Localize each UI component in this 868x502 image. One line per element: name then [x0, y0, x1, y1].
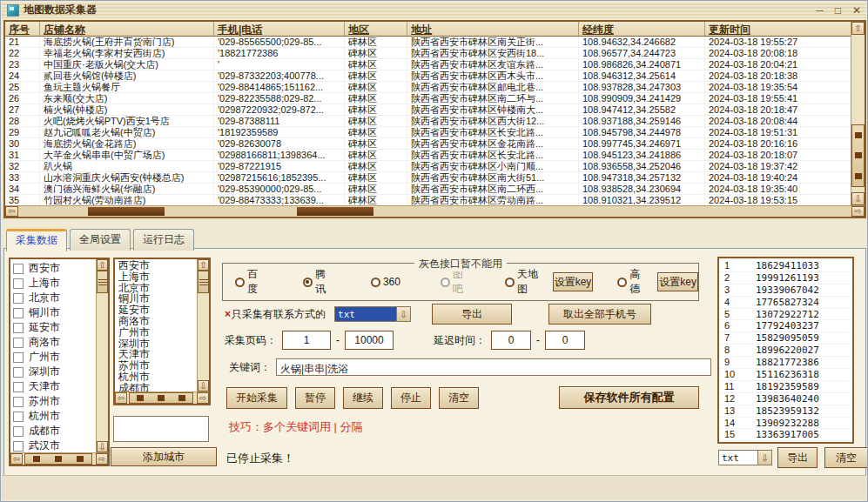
- table-row[interactable]: 30 海底捞火锅(金花路店) '029-82630078 碑林区 陕西省西安市碑…: [5, 138, 851, 150]
- export-button[interactable]: 导出: [432, 304, 512, 325]
- city-checkbox-item[interactable]: 北京市: [13, 291, 96, 305]
- only-contact-x-icon[interactable]: ×: [225, 308, 231, 320]
- page-from-input[interactable]: 1: [282, 331, 331, 350]
- scrollbar-thumb[interactable]: [198, 271, 209, 293]
- maximize-icon[interactable]: □: [835, 4, 841, 17]
- col-updated[interactable]: 更新时间: [705, 22, 851, 36]
- chevron-down-icon[interactable]: ⇩: [757, 451, 771, 465]
- checkbox-icon[interactable]: [13, 412, 24, 422]
- city-checkbox-item[interactable]: 广州市: [13, 350, 96, 365]
- phone-list-item[interactable]: 15 13363917005: [719, 429, 852, 441]
- scrollbar-thumb[interactable]: [88, 207, 165, 216]
- scroll-up-icon[interactable]: ⇧: [198, 259, 209, 271]
- checkbox-icon[interactable]: [13, 426, 24, 437]
- tab-run-log[interactable]: 运行日志: [133, 229, 194, 251]
- scroll-down-icon[interactable]: ⇩: [198, 380, 209, 392]
- set-key-button-tianditu[interactable]: 设置key: [553, 272, 594, 291]
- city-checkbox-item[interactable]: 商洛市: [13, 335, 96, 350]
- resume-button[interactable]: 继续: [343, 387, 383, 409]
- phone-list-item[interactable]: 3 19339067042: [719, 284, 852, 297]
- city-checkbox-item[interactable]: 西安市: [13, 261, 96, 276]
- clear-button[interactable]: 清空: [439, 387, 479, 409]
- phone-list-item[interactable]: 14 13909232288: [719, 418, 852, 430]
- scroll-down-icon[interactable]: ⇩: [851, 192, 865, 205]
- scroll-right-icon[interactable]: ⇨: [96, 453, 108, 465]
- city-checkbox-item[interactable]: 成都市: [13, 424, 96, 438]
- scrollbar-thumb[interactable]: [24, 453, 92, 465]
- add-city-button[interactable]: 添加城市: [111, 447, 217, 466]
- extract-all-phones-button[interactable]: 取出全部手机号: [548, 304, 651, 325]
- scroll-left-icon[interactable]: ⇦: [10, 453, 23, 465]
- scroll-right-icon[interactable]: ⇨: [851, 206, 865, 217]
- city-list-item[interactable]: 商洛市: [118, 316, 197, 327]
- scroll-left-icon[interactable]: ⇦: [115, 392, 127, 404]
- col-phone[interactable]: 手机|电话: [214, 22, 345, 36]
- col-coords[interactable]: 经纬度: [579, 22, 705, 36]
- radio-baidu[interactable]: 百度: [235, 267, 265, 297]
- tab-global-settings[interactable]: 全局设置: [70, 229, 131, 251]
- phone-list-item[interactable]: 5 13072922712: [719, 309, 852, 321]
- scroll-left-icon[interactable]: ⇦: [5, 206, 18, 217]
- table-row[interactable]: 23 中国重庆·老版火锅(交大店) ' 碑林区 陕西省西安市碑林区友谊东路...…: [5, 59, 851, 70]
- table-row[interactable]: 31 大芊金火锅串串(中贸广场店) '02988166811;1398364..…: [5, 150, 851, 161]
- scrollbar-thumb[interactable]: [851, 124, 865, 187]
- tab-collect-data[interactable]: 采集数据: [6, 229, 67, 251]
- table-row[interactable]: 25 鱼玩主题火锅餐厅 '029-88414865;151162... 碑林区 …: [5, 82, 851, 93]
- close-icon[interactable]: ✕: [852, 4, 861, 17]
- citylist2-vertical-scrollbar[interactable]: ⇧ ⇩: [197, 259, 209, 392]
- phone-list-item[interactable]: 13 18523959132: [719, 405, 852, 418]
- checkbox-icon[interactable]: [13, 352, 24, 363]
- col-index[interactable]: 序号: [5, 22, 40, 36]
- delay-from-input[interactable]: 0: [491, 331, 531, 350]
- stop-button[interactable]: 停止: [391, 387, 431, 409]
- radio-360[interactable]: 360: [371, 276, 400, 288]
- table-row[interactable]: 28 火吧(烧烤火锅PTV)西安1号店 '029-87388111 碑林区 陕西…: [5, 116, 851, 127]
- new-city-input[interactable]: [113, 416, 209, 442]
- scroll-down-icon[interactable]: ⇩: [97, 441, 108, 452]
- phone-clear-button[interactable]: 清空: [824, 447, 868, 468]
- checkbox-icon[interactable]: [13, 264, 24, 274]
- col-address[interactable]: 地址: [407, 22, 579, 36]
- checkbox-icon[interactable]: [13, 397, 24, 407]
- city-list-item[interactable]: 广州市: [118, 327, 197, 338]
- table-horizontal-scrollbar[interactable]: ⇦ ⇨: [5, 205, 865, 217]
- checkbox-icon[interactable]: [13, 278, 24, 289]
- phone-list-item[interactable]: 11 18192359589: [719, 381, 852, 393]
- checkbox-icon[interactable]: [13, 338, 24, 348]
- set-key-button-gaode[interactable]: 设置key: [657, 272, 698, 291]
- checkbox-icon[interactable]: [13, 441, 24, 452]
- phone-export-format-select[interactable]: txt ⇩: [718, 450, 772, 465]
- citylist-horizontal-scrollbar[interactable]: ⇦ ⇨: [10, 452, 108, 465]
- only-contact-label[interactable]: 只采集有联系方式的: [232, 307, 326, 322]
- table-row[interactable]: 34 澳门德兴海鲜火锅(华融店) '029-85390000;029-85...…: [5, 184, 851, 195]
- city-checkbox-item[interactable]: 延安市: [13, 320, 96, 335]
- table-row[interactable]: 33 山水溶洞重庆火锅西安(钟楼总店) '02987215616;1852395…: [5, 172, 851, 184]
- phone-list-item[interactable]: 10 15116236318: [719, 369, 852, 381]
- delay-to-input[interactable]: 0: [545, 331, 585, 350]
- phone-list-item[interactable]: 7 15829095059: [719, 332, 852, 345]
- phone-list-item[interactable]: 12 13983640240: [719, 393, 852, 405]
- minimize-icon[interactable]: ─: [816, 4, 824, 17]
- city-checkbox-item[interactable]: 深圳市: [13, 365, 96, 379]
- table-vertical-scrollbar[interactable]: ⇧ ⇩: [851, 22, 865, 205]
- export-format-select[interactable]: txt ⇩: [334, 306, 411, 322]
- city-checkbox-item[interactable]: 杭州市: [13, 409, 96, 424]
- citylist-vertical-scrollbar[interactable]: ⇧ ⇩: [96, 259, 108, 452]
- phone-list-item[interactable]: 6 17792403237: [719, 320, 852, 332]
- table-row[interactable]: 24 贰回巷火锅馆(钟楼店) '029-87332203;400778... 碑…: [5, 70, 851, 82]
- city-list-item[interactable]: 杭州市: [118, 371, 197, 383]
- scrollbar-thumb[interactable]: [97, 271, 108, 293]
- table-row[interactable]: 29 赵九记呱呱老火锅(中贸店) '18192359589 碑林区 陕西省西安市…: [5, 127, 851, 138]
- radio-gaode[interactable]: 高德: [617, 267, 647, 297]
- city-list-item[interactable]: 西安市: [118, 260, 197, 271]
- radio-mapbar[interactable]: 图吧: [441, 267, 470, 297]
- start-collect-button[interactable]: 开始采集: [226, 387, 287, 409]
- save-all-config-button[interactable]: 保存软件所有配置: [559, 386, 699, 409]
- pause-button[interactable]: 暂停: [295, 387, 335, 409]
- city-list-item[interactable]: 上海市: [118, 271, 197, 283]
- city-checkbox-item[interactable]: 武汉市: [13, 438, 96, 452]
- table-row[interactable]: 22 幸福老火锅(李家村安西街店) '18821772386 碑林区 陕西省西安…: [5, 48, 851, 59]
- citylist2-horizontal-scrollbar[interactable]: ⇦ ⇨: [115, 392, 209, 404]
- phone-export-button[interactable]: 导出: [777, 447, 818, 468]
- radio-tianditu[interactable]: 天地图: [505, 267, 544, 297]
